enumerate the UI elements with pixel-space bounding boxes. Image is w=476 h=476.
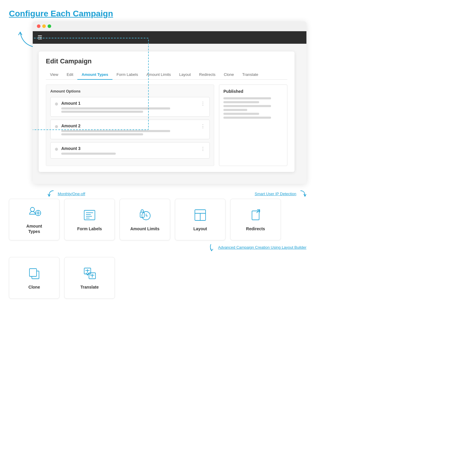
amount-limits-label: Amount Limits <box>130 226 159 231</box>
advanced-annotation-label: Advanced Campaign Creation Using Layout … <box>218 245 306 250</box>
amount-2-name: Amount 2 <box>61 123 198 128</box>
amount-item-content-2: Amount 2 <box>61 123 198 135</box>
tab-clone[interactable]: Clone <box>220 70 238 80</box>
feature-card-form-labels[interactable]: Form Labels <box>64 199 115 240</box>
monthly-annotation-group: Monthly/One-off <box>48 189 85 198</box>
dot-red <box>37 24 40 28</box>
amount-3-name: Amount 3 <box>61 146 198 151</box>
amount-item-3[interactable]: ⊕ Amount 3 ⋮ <box>50 142 210 159</box>
amount-1-name: Amount 1 <box>61 101 198 106</box>
redirects-icon <box>248 208 263 223</box>
drag-handle-3: ⊕ <box>55 147 58 151</box>
published-panel: Published <box>219 84 287 166</box>
skeleton-line <box>223 97 271 99</box>
monthly-annotation-label: Monthly/One-off <box>58 192 85 196</box>
tab-amount-limits[interactable]: Amount Limits <box>142 70 175 80</box>
feature-card-clone[interactable]: Clone <box>9 257 60 299</box>
drag-handle-1: ⊕ <box>55 101 58 106</box>
advanced-annotation-group: Advanced Campaign Creation Using Layout … <box>9 243 306 255</box>
amount-item-2[interactable]: ⊕ Amount 2 ⋮ <box>50 120 210 139</box>
edit-panel-title: Edit Campaign <box>46 57 287 65</box>
advanced-arrow-icon <box>208 243 217 252</box>
layout-icon <box>193 208 208 223</box>
skeleton-line <box>61 111 143 113</box>
amount-1-lines <box>61 107 198 113</box>
amount-options-panel: Amount Options ⊕ Amount 1 ⋮ <box>46 84 214 166</box>
browser-window: ☰ Edit Campaign View Edit Amount Types F… <box>33 21 306 184</box>
form-labels-label: Form Labels <box>77 226 102 231</box>
clone-icon <box>27 266 42 281</box>
svg-rect-14 <box>29 269 37 276</box>
skeleton-line <box>223 117 271 119</box>
tab-form-labels[interactable]: Form Labels <box>112 70 142 80</box>
amount-3-lines <box>61 153 198 155</box>
browser-title-bar <box>33 21 306 31</box>
feature-card-translate[interactable]: Translate <box>64 257 115 299</box>
feature-card-amount-limits[interactable]: Amount Limits <box>120 199 170 240</box>
monthly-arrow-icon <box>48 189 57 198</box>
clone-label: Clone <box>29 284 40 290</box>
amount-options-title: Amount Options <box>50 89 210 93</box>
feature-card-amount-types[interactable]: AmountTypes <box>9 199 60 240</box>
feature-card-redirects[interactable]: Redirects <box>230 199 281 240</box>
feature-cards-row2: Clone Translate <box>9 257 306 299</box>
hamburger-icon[interactable]: ☰ <box>37 34 42 41</box>
smart-annotation-group: Smart User IP Detection <box>255 189 306 198</box>
page-title: Configure Each Campaign <box>9 9 306 18</box>
svg-rect-12 <box>252 211 259 220</box>
feature-cards-row1: AmountTypes Form Labels <box>9 199 306 240</box>
tab-amount-types[interactable]: Amount Types <box>77 70 112 80</box>
skeleton-line <box>61 130 170 132</box>
tab-translate[interactable]: Translate <box>238 70 262 80</box>
svg-point-0 <box>30 207 35 212</box>
skeleton-line <box>223 109 247 111</box>
amount-item-3-menu[interactable]: ⋮ <box>201 146 205 152</box>
amount-item-content-1: Amount 1 <box>61 101 198 113</box>
amount-item-2-menu[interactable]: ⋮ <box>201 123 205 129</box>
dot-yellow <box>42 24 46 28</box>
tab-redirects[interactable]: Redirects <box>195 70 220 80</box>
amount-types-icon <box>27 205 42 220</box>
tab-edit[interactable]: Edit <box>62 70 77 80</box>
redirects-label: Redirects <box>246 226 265 231</box>
translate-label: Translate <box>80 284 98 290</box>
browser-nav-bar: ☰ <box>33 31 306 44</box>
content-row: Amount Options ⊕ Amount 1 ⋮ <box>46 84 287 166</box>
tabs-container: View Edit Amount Types Form Labels Amoun… <box>46 70 287 80</box>
drag-handle-2: ⊕ <box>55 124 58 129</box>
tab-view[interactable]: View <box>46 70 62 80</box>
skeleton-line <box>61 107 170 109</box>
dot-green <box>48 24 51 28</box>
skeleton-line <box>223 113 259 115</box>
skeleton-line <box>61 153 116 155</box>
bottom-section: Monthly/One-off Smart User IP Detection … <box>9 199 306 299</box>
amount-item-1[interactable]: ⊕ Amount 1 ⋮ <box>50 97 210 117</box>
published-lines <box>223 97 283 119</box>
smart-arrow-icon <box>298 189 306 198</box>
form-labels-icon <box>82 208 97 223</box>
amount-types-label: AmountTypes <box>26 223 42 234</box>
translate-icon <box>82 266 97 281</box>
published-title: Published <box>223 89 283 94</box>
amount-item-content-3: Amount 3 <box>61 146 198 155</box>
smart-annotation-label: Smart User IP Detection <box>255 192 296 196</box>
amount-2-lines <box>61 130 198 135</box>
amount-limits-icon <box>137 208 152 223</box>
edit-panel: Edit Campaign View Edit Amount Types For… <box>39 51 295 172</box>
amount-item-1-menu[interactable]: ⋮ <box>201 101 205 107</box>
layout-label: Layout <box>193 226 207 231</box>
tab-layout[interactable]: Layout <box>175 70 195 80</box>
skeleton-line <box>61 133 143 135</box>
skeleton-line <box>223 105 271 107</box>
svg-rect-2 <box>84 210 95 220</box>
skeleton-line <box>223 101 259 103</box>
feature-card-layout[interactable]: Layout <box>175 199 226 240</box>
